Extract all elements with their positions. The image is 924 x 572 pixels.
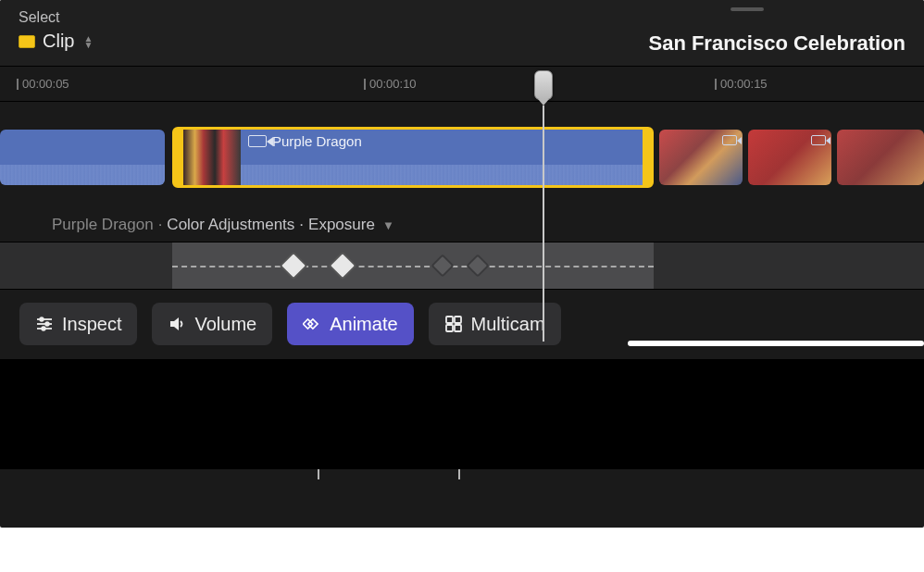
svg-rect-9 [455,317,461,323]
svg-rect-11 [455,325,461,331]
animate-button[interactable]: Animate [287,303,413,345]
svg-point-3 [40,317,44,321]
volume-button[interactable]: Volume [152,303,272,345]
clip-selector-label: Clip [43,31,74,52]
clip-selector[interactable]: Clip ▲▼ [19,31,93,52]
svg-rect-8 [446,317,453,323]
chevron-up-down-icon: ▲▼ [83,35,93,48]
breadcrumb-effect: Color Adjustments [167,216,294,234]
button-bar: Inspect Volume Animate Multicam [0,290,924,360]
timeline-clip[interactable] [659,130,743,185]
chevron-down-icon[interactable]: ▼ [382,218,394,232]
clip-thumbnail [837,130,924,185]
sliders-icon [35,315,54,333]
timeline-clip-selected[interactable]: Purple Dragon [172,127,654,188]
keyframe-section: Purple Dragon · Color Adjustments · Expo… [0,199,924,290]
timeline-ruler[interactable]: 00:00:05 00:00:10 00:00:15 [0,67,924,102]
zoom-slider[interactable] [628,341,924,346]
keyframes-icon [303,315,321,333]
inspect-button[interactable]: Inspect [19,303,137,345]
clip-name: Purple Dragon [272,133,362,149]
svg-point-5 [42,327,45,330]
video-icon [811,135,826,145]
clip-thumbnail [183,130,241,185]
timeline-clip[interactable] [837,130,924,185]
select-label: Select [19,9,93,26]
drag-handle-icon[interactable] [730,7,764,11]
clips-row: Purple Dragon [0,130,924,199]
keyframe-clip-region [172,242,654,289]
timeline-clip[interactable] [0,130,165,185]
video-icon [248,135,267,147]
breadcrumb[interactable]: Purple Dragon · Color Adjustments · Expo… [0,216,924,234]
timeline-clip[interactable] [748,130,831,185]
video-icon [722,135,737,145]
playhead[interactable] [534,70,553,342]
clip-icon [19,35,35,48]
svg-point-4 [45,322,49,326]
ruler-tick: 00:00:15 [715,77,768,91]
playhead-knob-icon[interactable] [534,70,553,100]
svg-rect-10 [446,325,453,331]
grid-icon [444,315,463,333]
header: Select Clip ▲▼ San Francisco Celebration [0,0,924,67]
speaker-icon [168,315,186,333]
app-container: Select Clip ▲▼ San Francisco Celebration… [0,0,924,528]
breadcrumb-clip: Purple Dragon [52,216,154,234]
ruler-tick: 00:00:05 [17,77,69,91]
keyframe-track[interactable] [0,242,924,290]
project-title: San Francisco Celebration [648,31,905,56]
breadcrumb-param: Exposure [308,216,375,234]
bottom-region [0,360,924,469]
ruler-tick: 00:00:10 [364,77,417,91]
